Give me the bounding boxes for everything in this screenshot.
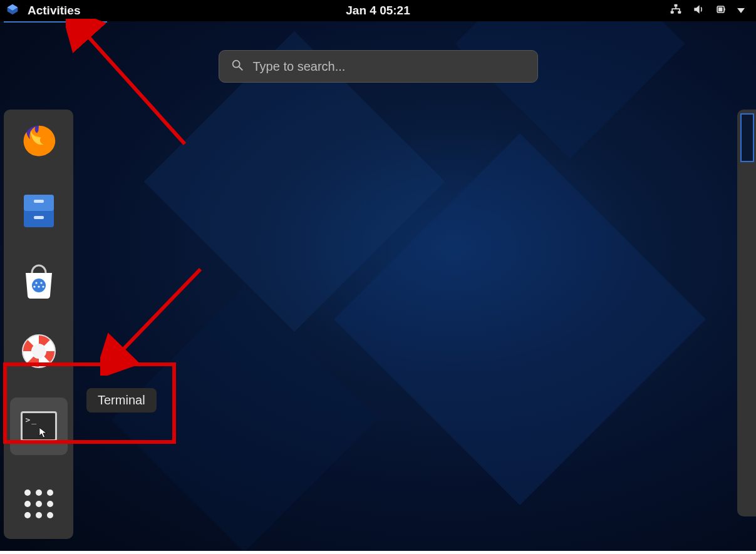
workspace-thumbnail-active[interactable] xyxy=(740,113,754,162)
svg-point-20 xyxy=(42,285,44,287)
overview-search[interactable]: Type to search... xyxy=(219,50,538,83)
volume-icon[interactable] xyxy=(692,3,705,18)
chevron-down-icon[interactable] xyxy=(737,8,745,13)
dock-item-help[interactable] xyxy=(19,331,59,371)
apps-grid-icon xyxy=(24,490,53,518)
clock[interactable]: Jan 4 05:21 xyxy=(346,4,410,18)
svg-point-19 xyxy=(38,285,39,287)
dock-item-software[interactable] xyxy=(19,261,59,301)
os-logo-icon xyxy=(6,3,19,18)
svg-rect-2 xyxy=(675,4,678,7)
svg-rect-6 xyxy=(724,8,725,10)
dock-item-show-apps[interactable] xyxy=(19,484,59,524)
dock-item-firefox[interactable] xyxy=(19,121,59,161)
svg-point-15 xyxy=(32,279,46,292)
svg-rect-3 xyxy=(671,11,674,14)
svg-rect-4 xyxy=(678,11,681,14)
svg-point-17 xyxy=(40,282,42,284)
svg-line-9 xyxy=(239,67,242,71)
svg-rect-13 xyxy=(34,200,44,203)
activities-active-indicator xyxy=(4,21,107,23)
workspace-switcher[interactable] xyxy=(737,110,756,516)
search-icon xyxy=(230,58,244,74)
firefox-icon xyxy=(20,122,58,160)
battery-icon[interactable] xyxy=(715,3,727,18)
lifebuoy-icon xyxy=(21,333,57,369)
svg-rect-14 xyxy=(34,216,44,219)
svg-point-8 xyxy=(232,61,239,68)
dash xyxy=(4,110,73,539)
file-cabinet-icon xyxy=(21,192,56,230)
search-placeholder: Type to search... xyxy=(253,59,346,74)
cursor-icon xyxy=(39,427,48,438)
network-icon[interactable] xyxy=(670,3,682,18)
svg-point-16 xyxy=(35,282,37,284)
top-panel: Activities Jan 4 05:21 xyxy=(0,0,756,21)
dock-item-files[interactable] xyxy=(19,191,59,231)
desktop-background xyxy=(0,0,756,551)
dock-tooltip: Terminal xyxy=(86,388,157,413)
shopping-bag-icon xyxy=(21,263,57,299)
terminal-icon xyxy=(21,411,57,441)
activities-button[interactable]: Activities xyxy=(24,1,84,20)
dock-item-terminal[interactable] xyxy=(10,398,68,455)
svg-point-18 xyxy=(33,285,35,287)
svg-point-22 xyxy=(32,344,46,358)
system-tray[interactable] xyxy=(670,3,756,18)
svg-rect-7 xyxy=(718,8,723,12)
